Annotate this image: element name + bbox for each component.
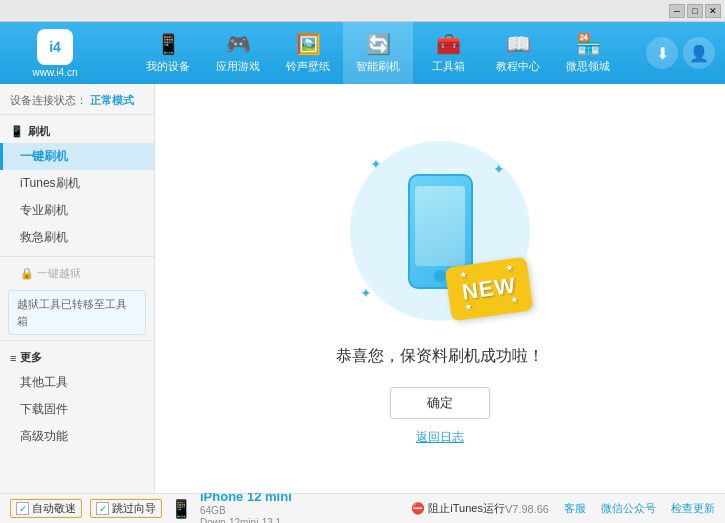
sidebar-item-one-click-flash[interactable]: 一键刷机 [0,143,154,170]
nav-tutorial[interactable]: 📖 教程中心 [483,22,553,84]
wechat-link[interactable]: 微信公众号 [601,501,656,516]
download-icon: ⬇ [656,44,669,63]
sidebar-section-flash: 📱 刷机 一键刷机 iTunes刷机 专业刷机 救急刷机 [0,120,154,251]
sidebar: 设备连接状态： 正常模式 📱 刷机 一键刷机 iTunes刷机 专业刷机 救急刷… [0,84,155,493]
nav-toolbox-label: 工具箱 [432,59,465,74]
skip-wizard-label: 跳过向导 [112,501,156,516]
flash-section-icon: 📱 [10,125,24,138]
sparkle-1: ✦ [370,156,382,172]
nav-weibo-store[interactable]: 🏪 微思领城 [553,22,623,84]
device-model: Down-12mini-13,1 [200,517,292,523]
nav-right-buttons: ⬇ 👤 [646,37,715,69]
nav-my-device[interactable]: 📱 我的设备 [133,22,203,84]
sparkle-3: ✦ [360,285,372,301]
window-controls[interactable]: ─ □ ✕ [669,4,721,18]
phone-illustration: ✦ ✦ ✦ ★ ★ NEW ★ [340,131,540,331]
sidebar-section-jailbreak: 🔒 一键越狱 越狱工具已转移至工具箱 [0,262,154,335]
sidebar-section-more: ≡ 更多 其他工具 下载固件 高级功能 [0,346,154,450]
maximize-btn[interactable]: □ [687,4,703,18]
device-storage: 64GB [200,505,292,516]
sidebar-item-itunes-flash[interactable]: iTunes刷机 [0,170,154,197]
main: 设备连接状态： 正常模式 📱 刷机 一键刷机 iTunes刷机 专业刷机 救急刷… [0,84,725,493]
device-icon: 📱 [170,498,192,520]
nav-apps-games-label: 应用游戏 [216,59,260,74]
user-icon: 👤 [689,44,709,63]
sparkle-2: ✦ [493,161,505,177]
sidebar-item-pro-flash[interactable]: 专业刷机 [0,197,154,224]
nav-apps-games[interactable]: 🎮 应用游戏 [203,22,273,84]
phone-wrapper: ✦ ✦ ✦ ★ ★ NEW ★ [336,131,544,446]
ringtones-icon: 🖼️ [296,32,321,56]
status-value: 正常模式 [90,94,134,106]
sidebar-item-download-firmware[interactable]: 下载固件 [0,396,154,423]
logo-icon: i4 [37,29,73,65]
my-device-icon: 📱 [156,32,181,56]
phone-screen [415,186,465,266]
nav-smart-store[interactable]: 🔄 智能刷机 [343,22,413,84]
skip-wizard-checkbox[interactable]: ✓ [96,502,109,515]
lock-icon: 🔒 [20,267,34,280]
new-badge: ★ ★ NEW ★ ★ [444,257,533,322]
new-badge-text: ★ ★ NEW ★ ★ [459,263,519,311]
user-btn[interactable]: 👤 [683,37,715,69]
auto-restart-label: 自动敬迷 [32,501,76,516]
more-section-title: ≡ 更多 [0,346,154,369]
go-back-link[interactable]: 返回日志 [416,429,464,446]
success-message: 恭喜您，保资料刷机成功啦！ [336,346,544,367]
nav-smart-store-label: 智能刷机 [356,59,400,74]
title-bar: ─ □ ✕ [0,0,725,22]
flash-section-title: 📱 刷机 [0,120,154,143]
divider-2 [0,340,154,341]
sidebar-item-advanced[interactable]: 高级功能 [0,423,154,450]
divider-1 [0,256,154,257]
content-area: ✦ ✦ ✦ ★ ★ NEW ★ [155,84,725,493]
tutorial-icon: 📖 [506,32,531,56]
stop-itunes-label: 阻止iTunes运行 [428,501,505,516]
nav-my-device-label: 我的设备 [146,59,190,74]
auto-restart-checkbox-item[interactable]: ✓ 自动敬迷 [10,499,82,518]
skip-wizard-checkbox-item[interactable]: ✓ 跳过向导 [90,499,162,518]
auto-restart-checkbox[interactable]: ✓ [16,502,29,515]
jailbreak-hint: 越狱工具已转移至工具箱 [8,290,146,335]
device-info: iPhone 12 mini 64GB Down-12mini-13,1 [200,489,292,523]
phone-home-button [434,270,446,282]
header: i4 www.i4.cn 📱 我的设备 🎮 应用游戏 🖼️ 铃声壁纸 🔄 智能刷… [0,22,725,84]
sidebar-item-data-flash[interactable]: 救急刷机 [0,224,154,251]
bottom-left: ✓ 自动敬迷 ✓ 跳过向导 📱 iPhone 12 mini 64GB Down… [10,489,401,523]
logo[interactable]: i4 www.i4.cn [10,29,100,78]
apps-games-icon: 🎮 [226,32,251,56]
check-update-link[interactable]: 检查更新 [671,501,715,516]
sidebar-item-other-tools[interactable]: 其他工具 [0,369,154,396]
nav-weibo-store-label: 微思领城 [566,59,610,74]
star-bot-left: ★ [463,302,472,312]
minimize-btn[interactable]: ─ [669,4,685,18]
toolbox-icon: 🧰 [436,32,461,56]
nav: 📱 我的设备 🎮 应用游戏 🖼️ 铃声壁纸 🔄 智能刷机 🧰 工具箱 📖 教程中… [110,22,646,84]
more-section-icon: ≡ [10,352,16,364]
close-btn[interactable]: ✕ [705,4,721,18]
logo-url: www.i4.cn [32,67,77,78]
jailbreak-locked: 🔒 一键越狱 [0,262,154,285]
nav-toolbox[interactable]: 🧰 工具箱 [413,22,483,84]
star-bot-right: ★ [509,295,518,305]
version: V7.98.66 [505,503,549,515]
connection-status: 设备连接状态： 正常模式 [0,89,154,115]
stop-itunes[interactable]: ⛔ 阻止iTunes运行 [401,501,505,516]
customer-service-link[interactable]: 客服 [564,501,586,516]
weibo-store-icon: 🏪 [576,32,601,56]
download-btn[interactable]: ⬇ [646,37,678,69]
nav-tutorial-label: 教程中心 [496,59,540,74]
stop-itunes-icon: ⛔ [411,502,425,515]
confirm-button[interactable]: 确定 [390,387,490,419]
status-label: 设备连接状态： [10,94,87,106]
nav-ringtones-label: 铃声壁纸 [286,59,330,74]
smart-store-icon: 🔄 [366,32,391,56]
bottom-right: V7.98.66 客服 微信公众号 检查更新 [505,501,715,516]
nav-ringtones[interactable]: 🖼️ 铃声壁纸 [273,22,343,84]
bottom-bar: ✓ 自动敬迷 ✓ 跳过向导 📱 iPhone 12 mini 64GB Down… [0,493,725,523]
